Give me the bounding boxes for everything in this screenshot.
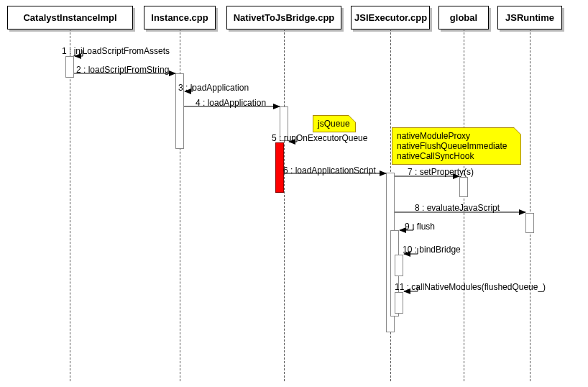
message-9: 9 : flush [405,222,435,232]
lifeline-p0 [70,29,70,381]
message-3: 3 : loadApplication [178,83,249,93]
activation-5 [459,177,468,197]
message-4: 4 : loadApplication [196,98,266,108]
message-2: 2 : loadScriptFromString [76,65,169,75]
message-8: 8 : evaluateJavaScript [415,203,500,213]
participant-p1: Instance.cpp [144,6,216,29]
message-11: 11 : callNativeModules(flushedQueue_) [395,282,546,292]
participant-p2: NativetToJsBridge.cpp [226,6,341,29]
message-1: 1 : jniLoadScriptFromAssets [62,46,170,56]
participant-p5: JSRuntime [497,6,562,29]
participant-p0: CatalystInstanceImpl [7,6,133,29]
lifeline-p2 [284,29,285,381]
note1: jsQueue [313,115,356,132]
lifeline-p5 [530,29,530,381]
message-7: 7 : setProperty(s) [408,167,474,177]
participant-p4: global [438,6,489,29]
message-6: 6 : loadApplicationScript [283,165,376,176]
note2: nativeModuleProxynativeFlushQueueImmedia… [392,127,521,165]
message-10: 10 : bindBridge [403,245,461,255]
activation-6 [525,213,534,233]
participant-p3: JSIExecutor.cpp [351,6,430,29]
activation-0 [65,56,74,78]
activation-8 [395,255,403,276]
message-5: 5 : runOnExecutorQueue [272,133,367,143]
activation-9 [395,292,403,314]
